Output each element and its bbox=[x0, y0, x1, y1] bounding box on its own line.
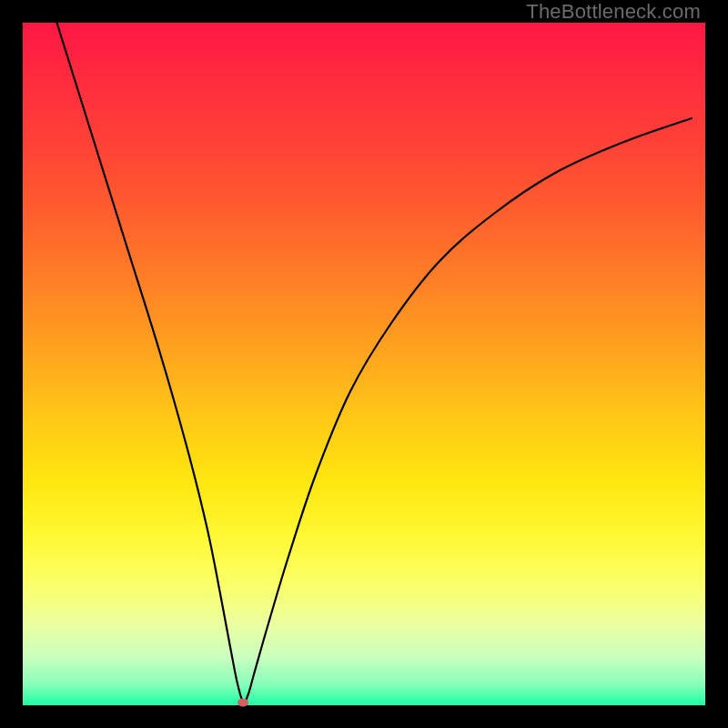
watermark-text: TheBottleneck.com bbox=[526, 0, 701, 24]
chart-frame: TheBottleneck.com bbox=[0, 0, 728, 728]
optimal-point-marker bbox=[238, 699, 248, 707]
plot-area bbox=[23, 23, 705, 705]
bottleneck-curve bbox=[23, 23, 705, 705]
